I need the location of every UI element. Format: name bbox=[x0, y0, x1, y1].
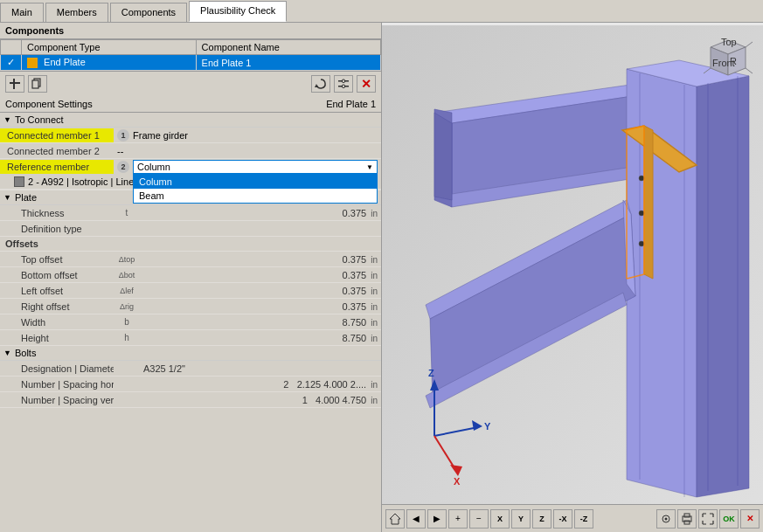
right-offset-row: Right offset Δrig 0.375 in bbox=[0, 299, 381, 314]
settings-panel: Component Settings End Plate 1 ▼ To Conn… bbox=[0, 96, 381, 532]
table-row[interactable]: ✓ End Plate End Plate 1 bbox=[1, 55, 381, 71]
components-table: Component Type Component Name ✓ End Plat… bbox=[0, 39, 381, 71]
bottom-offset-symbol: Δbot bbox=[114, 271, 140, 280]
svg-point-31 bbox=[639, 211, 644, 216]
plate-collapse-icon: ▼ bbox=[3, 193, 11, 202]
svg-text:Z: Z bbox=[428, 368, 434, 378]
tab-main[interactable]: Main bbox=[0, 3, 44, 22]
thickness-row: Thickness t 0.375 in bbox=[0, 205, 381, 221]
vp-btn-ok[interactable]: OK bbox=[719, 509, 739, 529]
material-swatch bbox=[14, 176, 24, 187]
vp-btn-next[interactable]: ▶ bbox=[427, 509, 447, 529]
vp-btn-y[interactable]: Y bbox=[511, 509, 531, 529]
right-offset-label: Right offset bbox=[0, 300, 114, 314]
number-horiz-row: Number | Spacing horiz... 2 2.125 4.000 … bbox=[0, 377, 381, 392]
vp-btn-cancel[interactable]: ✕ bbox=[740, 509, 760, 529]
vp-btn-home[interactable] bbox=[385, 509, 405, 529]
toolbar-btn-copy[interactable] bbox=[28, 75, 47, 93]
vp-btn-print[interactable] bbox=[677, 509, 697, 529]
svg-point-32 bbox=[639, 241, 644, 246]
designation-value: A325 1/2" bbox=[140, 362, 381, 376]
viewport-toolbar: ◀ ▶ + − X Y Z -X -Z OK ✕ bbox=[382, 504, 763, 532]
vp-btn-zoom-in[interactable]: + bbox=[448, 509, 468, 529]
reference-member-dropdown[interactable]: Column ▼ Column Beam bbox=[133, 160, 378, 174]
vp-btn-settings[interactable] bbox=[656, 509, 676, 529]
to-connect-group: ▼ To Connect Connected member 1 1 Frame … bbox=[0, 113, 381, 190]
connected-member-1-value: Frame girder bbox=[133, 130, 188, 141]
components-toolbar: ✕ bbox=[0, 71, 381, 96]
definition-type-row: Definition type bbox=[0, 221, 381, 237]
thickness-value: 0.375 in bbox=[140, 206, 381, 220]
designation-row: Designation | Diameter A325 1/2" bbox=[0, 361, 381, 377]
connected-member-2-value: -- bbox=[117, 146, 123, 156]
left-offset-value: 0.375 in bbox=[140, 284, 381, 298]
tab-components[interactable]: Components bbox=[110, 3, 187, 22]
toolbar-btn-refresh[interactable] bbox=[311, 75, 330, 93]
dropdown-option-column[interactable]: Column bbox=[134, 175, 377, 189]
main-layout: Components Component Type Component Name… bbox=[0, 23, 763, 532]
vp-btn-fullscreen[interactable] bbox=[698, 509, 718, 529]
vp-btn-prev[interactable]: ◀ bbox=[406, 509, 426, 529]
number-vert-row: Number | Spacing vertically 1 4.000 4.75… bbox=[0, 392, 381, 408]
height-label: Height bbox=[0, 331, 114, 345]
vp-btn-z[interactable]: Z bbox=[532, 509, 551, 529]
svg-marker-18 bbox=[697, 76, 749, 497]
components-table-wrapper: Component Type Component Name ✓ End Plat… bbox=[0, 39, 381, 71]
height-row: Height h 8.750 in bbox=[0, 330, 381, 346]
cube-widget[interactable]: Front R Top bbox=[700, 30, 756, 86]
tab-plausibility-check[interactable]: Plausibility Check bbox=[189, 1, 287, 22]
vp-btn-x[interactable]: X bbox=[490, 509, 510, 529]
svg-point-57 bbox=[665, 517, 668, 520]
toolbar-btn-add[interactable] bbox=[5, 75, 24, 93]
bottom-offset-value: 0.375 in bbox=[140, 268, 381, 282]
name-col-header: Component Name bbox=[196, 40, 380, 55]
3d-viewport[interactable]: Z Y X bbox=[382, 23, 763, 532]
definition-value bbox=[140, 227, 381, 231]
row-type: End Plate bbox=[22, 55, 197, 71]
thickness-symbol: t bbox=[114, 208, 140, 218]
left-offset-symbol: Δlef bbox=[114, 287, 140, 295]
bolts-header[interactable]: ▼ Bolts bbox=[0, 346, 381, 361]
definition-label: Definition type bbox=[0, 222, 114, 236]
svg-point-30 bbox=[639, 176, 644, 181]
width-value: 8.750 in bbox=[140, 315, 381, 329]
cube-svg: Front R Top bbox=[700, 30, 756, 86]
width-row: Width b 8.750 in bbox=[0, 314, 381, 330]
settings-panel-header: Component Settings End Plate 1 bbox=[0, 96, 381, 113]
reference-member-label: Reference member bbox=[0, 160, 114, 174]
svg-text:Top: Top bbox=[721, 37, 737, 47]
components-section-header: Components bbox=[0, 23, 381, 39]
top-offset-symbol: Δtop bbox=[114, 255, 140, 264]
tab-bar: Main Members Components Plausibility Che… bbox=[0, 0, 763, 23]
designation-label: Designation | Diameter bbox=[0, 362, 114, 376]
toolbar-btn-settings[interactable] bbox=[334, 75, 353, 93]
svg-text:Y: Y bbox=[484, 421, 491, 432]
vp-btn-neg-x[interactable]: -X bbox=[553, 509, 572, 529]
connected-member-1-row: Connected member 1 1 Frame girder bbox=[0, 128, 381, 143]
width-label: Width bbox=[0, 315, 114, 329]
toolbar-btn-delete[interactable]: ✕ bbox=[357, 75, 376, 93]
components-section: Components Component Type Component Name… bbox=[0, 23, 381, 96]
right-offset-value: 0.375 in bbox=[140, 300, 381, 314]
collapse-icon: ▼ bbox=[3, 115, 11, 124]
top-offset-row: Top offset Δtop 0.375 in bbox=[0, 252, 381, 267]
svg-marker-55 bbox=[390, 514, 400, 524]
to-connect-label: To Connect bbox=[15, 114, 64, 125]
offsets-label: Offsets bbox=[0, 237, 381, 252]
number-vert-label: Number | Spacing vertically bbox=[0, 393, 114, 407]
dropdown-option-beam[interactable]: Beam bbox=[134, 189, 377, 203]
check-col-header bbox=[1, 40, 22, 55]
tab-members[interactable]: Members bbox=[45, 3, 108, 22]
bolts-group: ▼ Bolts Designation | Diameter A325 1/2"… bbox=[0, 346, 381, 408]
bolts-collapse-icon: ▼ bbox=[3, 349, 11, 357]
left-offset-row: Left offset Δlef 0.375 in bbox=[0, 283, 381, 299]
vp-btn-zoom-out[interactable]: − bbox=[469, 509, 489, 529]
row-checkbox[interactable]: ✓ bbox=[1, 55, 22, 71]
reference-member-selected: Column bbox=[137, 162, 366, 172]
vp-btn-neg-z[interactable]: -Z bbox=[574, 509, 593, 529]
right-offset-symbol: Δrig bbox=[114, 302, 140, 311]
row-name: End Plate 1 bbox=[196, 55, 380, 71]
svg-marker-16 bbox=[434, 113, 452, 200]
dropdown-popup[interactable]: Column Beam bbox=[133, 174, 378, 204]
to-connect-header[interactable]: ▼ To Connect bbox=[0, 113, 381, 128]
